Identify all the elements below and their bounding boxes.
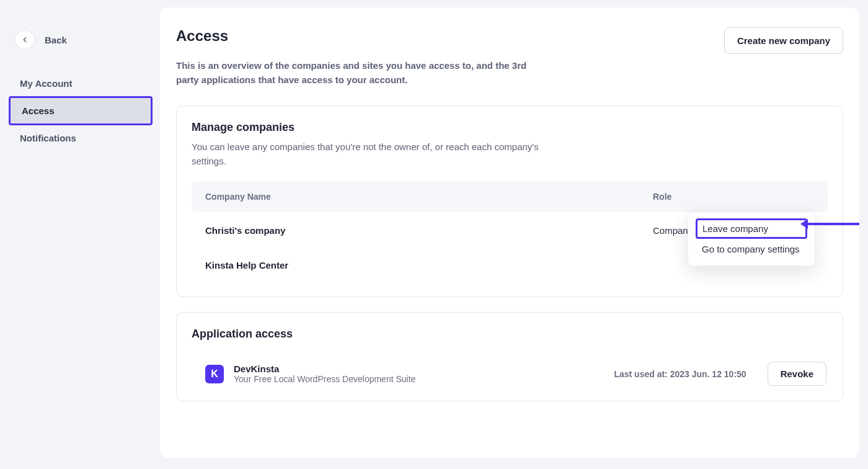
company-name: Kinsta Help Center <box>205 260 653 270</box>
dropdown-leave-company[interactable]: Leave company <box>696 218 807 239</box>
companies-description: You can leave any companies that you're … <box>192 140 539 168</box>
app-logo-icon: K <box>205 365 224 383</box>
companies-title: Manage companies <box>192 121 828 134</box>
sidebar-item-access[interactable]: Access <box>9 96 153 125</box>
page-title: Access <box>176 27 228 45</box>
sidebar: Back My Account Access Notifications <box>9 7 153 458</box>
app-access-title: Application access <box>192 328 828 341</box>
company-name: Christi's company <box>205 225 653 236</box>
app-subtitle: Your Free Local WordPress Development Su… <box>234 374 604 384</box>
back-label: Back <box>45 35 67 45</box>
table-header: Company Name Role <box>192 182 828 212</box>
sidebar-item-my-account[interactable]: My Account <box>9 71 153 96</box>
col-header-name: Company Name <box>205 192 653 202</box>
row-actions-dropdown: Leave company Go to company settings <box>688 212 815 266</box>
main-panel: Access Create new company This is an ove… <box>160 7 859 458</box>
back-button[interactable]: Back <box>15 30 67 50</box>
revoke-button[interactable]: Revoke <box>768 362 826 386</box>
app-last-used: Last used at: 2023 Jun. 12 10:50 <box>614 369 746 379</box>
annotation-arrow-icon <box>807 223 859 225</box>
app-row: K DevKinsta Your Free Local WordPress De… <box>192 358 828 386</box>
create-company-button[interactable]: Create new company <box>724 27 843 54</box>
application-access-card: Application access K DevKinsta Your Free… <box>176 312 843 401</box>
sidebar-item-notifications[interactable]: Notifications <box>9 125 153 151</box>
dropdown-company-settings[interactable]: Go to company settings <box>696 239 807 259</box>
sidebar-nav: My Account Access Notifications <box>9 71 153 151</box>
app-name: DevKinsta <box>234 364 604 374</box>
manage-companies-card: Manage companies You can leave any compa… <box>176 105 843 297</box>
arrow-left-icon <box>15 30 35 50</box>
col-header-role: Role <box>653 192 789 202</box>
page-description: This is an overview of the companies and… <box>176 59 536 87</box>
